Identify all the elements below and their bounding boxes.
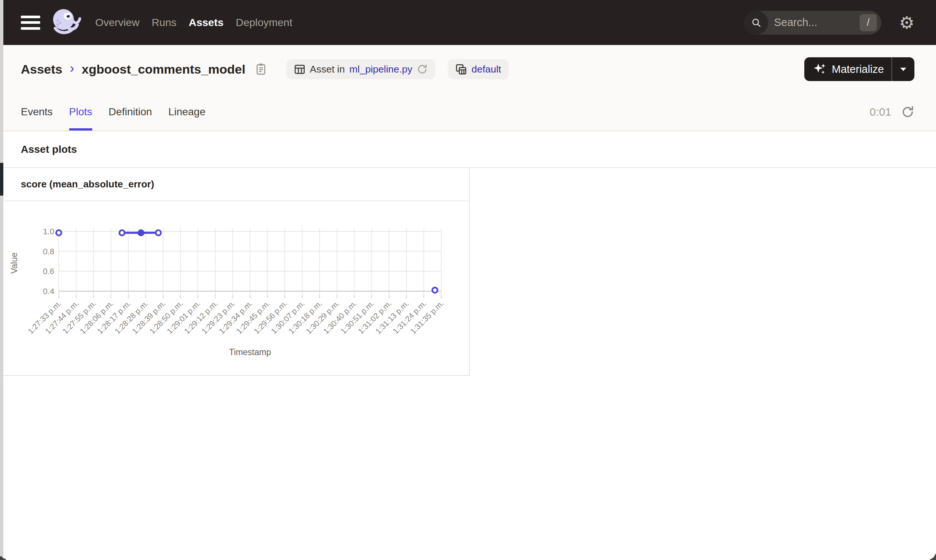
app-window: Overview Runs Assets Deployment / ⚙ Asse… xyxy=(0,0,936,560)
page-title: xgboost_comments_model xyxy=(82,62,246,77)
asset-group-icon xyxy=(455,64,467,75)
reload-definition-icon[interactable] xyxy=(417,64,428,75)
asset-plots-section-header: Asset plots xyxy=(0,131,936,168)
primary-nav-links: Overview Runs Assets Deployment xyxy=(95,16,292,29)
asset-in-label: Asset in xyxy=(310,64,345,75)
svg-text:1.0: 1.0 xyxy=(43,227,54,236)
asset-definition-badge: Asset in ml_pipeline.py xyxy=(286,59,436,79)
section-title: Asset plots xyxy=(21,143,77,155)
group-default-link[interactable]: default xyxy=(471,64,501,75)
data-point[interactable] xyxy=(56,230,62,235)
settings-gear-icon[interactable]: ⚙ xyxy=(899,14,914,31)
svg-text:0.8: 0.8 xyxy=(43,247,54,256)
background-window-edge xyxy=(0,0,3,556)
svg-text:Timestamp: Timestamp xyxy=(229,347,271,357)
breadcrumb-chevron-icon: › xyxy=(70,61,74,76)
refresh-cluster: 0:01 xyxy=(870,93,914,131)
materialize-button[interactable]: Materialize xyxy=(804,57,891,81)
materialize-dropdown-button[interactable] xyxy=(891,57,914,81)
sparkles-icon xyxy=(813,63,827,76)
chart-series xyxy=(56,230,437,293)
materialize-label: Materialize xyxy=(832,63,884,75)
asset-group-badge: default xyxy=(448,59,508,79)
data-point[interactable] xyxy=(139,230,143,235)
nav-item-runs[interactable]: Runs xyxy=(152,16,177,29)
tab-lineage[interactable]: Lineage xyxy=(169,93,206,131)
svg-text:Value: Value xyxy=(9,252,19,274)
search-icon xyxy=(744,11,768,35)
refresh-icon[interactable] xyxy=(901,105,914,118)
line-chart-svg[interactable]: 1:27:33 p.m.1:27:44 p.m.1:27:55 p.m.1:28… xyxy=(0,201,469,375)
asset-tabs-row: Events Plots Definition Lineage 0:01 xyxy=(0,93,936,131)
nav-right-cluster: / ⚙ xyxy=(744,11,914,35)
tab-definition[interactable]: Definition xyxy=(109,93,152,131)
plot-title: score (mean_absolute_error) xyxy=(21,178,154,190)
copy-clipboard-icon[interactable] xyxy=(254,62,267,76)
window-corner-bottom-right xyxy=(930,554,936,560)
svg-text:0.4: 0.4 xyxy=(43,287,54,296)
table-icon xyxy=(294,64,305,75)
search-input[interactable] xyxy=(768,16,860,29)
svg-text:0.6: 0.6 xyxy=(43,267,54,276)
search-box[interactable]: / xyxy=(744,11,881,35)
nav-item-assets[interactable]: Assets xyxy=(189,16,223,29)
materialize-split-button: Materialize xyxy=(804,57,914,81)
data-point[interactable] xyxy=(156,230,161,235)
dagster-logo[interactable] xyxy=(48,6,81,39)
breadcrumb-assets[interactable]: Assets xyxy=(21,62,63,77)
search-shortcut-key: / xyxy=(860,14,877,31)
hamburger-menu-icon[interactable] xyxy=(21,15,40,30)
line-chart[interactable]: 1:27:33 p.m.1:27:44 p.m.1:27:55 p.m.1:28… xyxy=(0,201,469,375)
data-point[interactable] xyxy=(432,288,437,293)
plot-card-title-row: score (mean_absolute_error) xyxy=(0,168,469,201)
nav-item-deployment[interactable]: Deployment xyxy=(236,16,292,29)
nav-item-overview[interactable]: Overview xyxy=(95,16,140,29)
tab-plots[interactable]: Plots xyxy=(69,93,92,131)
pipeline-file-link[interactable]: ml_pipeline.py xyxy=(349,64,412,75)
caret-down-icon xyxy=(899,66,907,72)
data-point[interactable] xyxy=(119,230,125,235)
tab-events[interactable]: Events xyxy=(21,93,53,131)
asset-header-row: Assets › xgboost_comments_model Asset in… xyxy=(0,45,936,93)
chart-gridlines xyxy=(59,228,441,298)
top-nav: Overview Runs Assets Deployment / ⚙ xyxy=(0,0,936,45)
refresh-timer: 0:01 xyxy=(870,106,891,118)
chart-axis-labels: 1:27:33 p.m.1:27:44 p.m.1:27:55 p.m.1:28… xyxy=(9,227,445,357)
background-window-edge-dark xyxy=(0,163,3,195)
plot-card: score (mean_absolute_error) 1:27:33 p.m.… xyxy=(0,168,470,376)
